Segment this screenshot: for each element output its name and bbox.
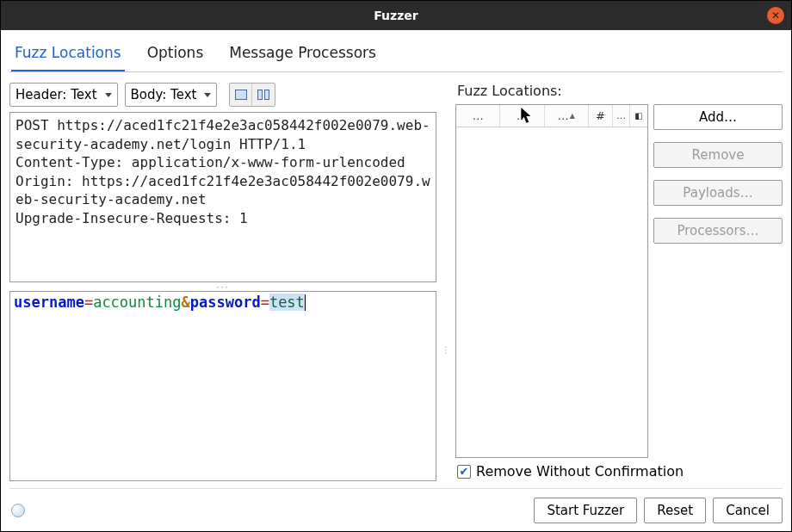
locations-table-body (456, 127, 647, 457)
locations-table[interactable]: … … …▲ # … ◧ (455, 104, 648, 458)
remove-without-confirmation-label: Remove Without Confirmation (476, 463, 684, 479)
main-area: Header: Text Body: Text (9, 81, 783, 481)
body-token: = (261, 294, 269, 311)
titlebar: Fuzzer ✕ (1, 1, 791, 30)
vertical-split-handle[interactable]: ⋮ (443, 81, 449, 481)
tab-fuzz-locations[interactable]: Fuzz Locations (11, 37, 125, 71)
request-pane: Header: Text Body: Text (9, 81, 436, 481)
body-token: test (269, 294, 305, 311)
body-token: password (190, 294, 261, 311)
text-caret (305, 294, 306, 311)
columns-config-icon: ◧ (634, 111, 642, 121)
col-config[interactable]: ◧ (630, 105, 647, 127)
processors-button[interactable]: Processors… (653, 218, 783, 244)
add-button[interactable]: Add… (653, 104, 783, 130)
layout-combined-button[interactable] (230, 84, 252, 106)
request-boxes: POST https://aced1fc21f4e2e3ac058442f002… (9, 112, 436, 481)
body-token: = (84, 294, 93, 311)
status-globe-icon[interactable] (11, 504, 25, 517)
remove-button[interactable]: Remove (653, 142, 783, 168)
body-token: username (14, 294, 84, 311)
tab-bar: Fuzz Locations Options Message Processor… (9, 37, 783, 72)
locations-pane: Fuzz Locations: … … …▲ # … ◧ (455, 81, 783, 481)
chevron-down-icon (204, 93, 211, 97)
split-pane-icon (257, 90, 269, 100)
locations-table-header: … … …▲ # … ◧ (456, 105, 647, 127)
single-pane-icon (235, 90, 247, 100)
remove-without-confirmation-checkbox[interactable]: ✔ (457, 465, 471, 479)
start-fuzzer-button[interactable]: Start Fuzzer (534, 498, 637, 523)
tab-message-processors[interactable]: Message Processors (226, 37, 380, 71)
locations-row: … … …▲ # … ◧ Add… Remove Payloads… (455, 104, 783, 458)
tab-options[interactable]: Options (144, 37, 207, 71)
col-3[interactable]: …▲ (545, 105, 589, 127)
layout-split-button[interactable] (252, 84, 275, 106)
locations-button-column: Add… Remove Payloads… Processors… (653, 104, 783, 458)
reset-button[interactable]: Reset (644, 498, 706, 523)
body-view-label: Body: Text (131, 87, 197, 102)
request-toolbar: Header: Text Body: Text (9, 81, 436, 112)
bottom-bar: Start Fuzzer Reset Cancel (9, 488, 783, 526)
close-icon: ✕ (771, 9, 780, 22)
content-area: Fuzz Locations Options Message Processor… (1, 30, 791, 531)
payloads-button[interactable]: Payloads… (653, 180, 783, 206)
header-view-select[interactable]: Header: Text (9, 83, 118, 107)
horizontal-split-handle[interactable]: ··· (9, 282, 436, 291)
col-1[interactable]: … (456, 105, 500, 127)
header-view-label: Header: Text (15, 87, 97, 102)
body-view-select[interactable]: Body: Text (125, 83, 218, 107)
col-2[interactable]: … (500, 105, 544, 127)
body-token: & (182, 294, 190, 311)
sort-asc-icon: ▲ (570, 112, 575, 120)
window-title: Fuzzer (374, 9, 418, 22)
fuzzer-dialog: Fuzzer ✕ Fuzz Locations Options Message … (0, 0, 792, 532)
request-header-text[interactable]: POST https://aced1fc21f4e2e3ac058442f002… (9, 112, 436, 282)
chevron-down-icon (105, 93, 112, 97)
cancel-button[interactable]: Cancel (713, 498, 783, 523)
remove-without-confirmation-row: ✔ Remove Without Confirmation (455, 458, 783, 481)
col-count[interactable]: # (589, 105, 613, 127)
col-5[interactable]: … (613, 105, 630, 127)
request-body-text[interactable]: username=accounting&password=test (9, 291, 436, 481)
body-token: accounting (93, 294, 181, 311)
locations-label: Fuzz Locations: (455, 81, 783, 104)
layout-toggle-group (229, 83, 275, 107)
close-button[interactable]: ✕ (767, 7, 784, 24)
